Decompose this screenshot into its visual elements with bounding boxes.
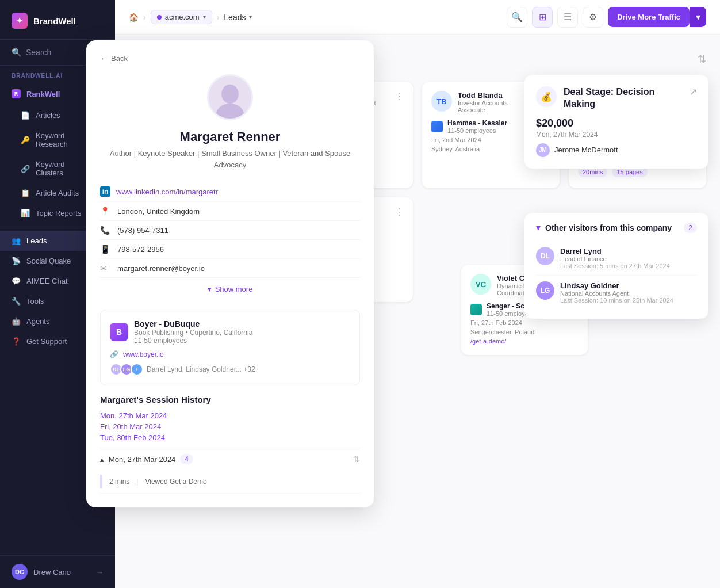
- deal-person-row: JM Jerome McDermott: [536, 143, 697, 157]
- profile-linkedin[interactable]: www.linkedin.com/in/margaretr: [116, 188, 218, 196]
- session-expand[interactable]: ▴ Mon, 27th Mar 2024 4 ⇅: [100, 448, 360, 470]
- session-link-2[interactable]: Fri, 20th Mar 2024: [100, 422, 360, 431]
- aimee-chat-label: AIMEE Chat: [26, 277, 68, 285]
- company-info-sub: Book Publishing • Cupertino, California: [134, 329, 252, 337]
- modal-back-btn[interactable]: ← Back: [100, 54, 360, 63]
- sidebar-search-label: Search: [26, 48, 51, 57]
- topic-reports-label: Topic Reports: [36, 209, 81, 217]
- profile-mobile-row: 📱 798-572-2956: [100, 240, 360, 259]
- deal-date: Mon, 27th Mar 2024: [536, 131, 697, 139]
- sidebar-logo: ✦ BrandWell: [0, 0, 115, 40]
- card-menu-doreen[interactable]: ⋮: [395, 207, 404, 217]
- session-expand-chevron: ▴: [100, 455, 104, 464]
- drive-traffic-button[interactable]: Drive More Traffic: [608, 7, 690, 27]
- session-expand-date: Mon, 27th Mar 2024: [109, 455, 175, 464]
- visitor-avatar-lindsay: LG: [536, 281, 554, 300]
- nav-list-btn[interactable]: ☰: [557, 7, 578, 28]
- visitor-session-darrel: Last Session: 5 mins on 27th Mar 2024: [560, 262, 670, 269]
- site-badge[interactable]: acme.com ▾: [151, 10, 212, 24]
- company-people-names: Darrel Lynd, Lindsay Goldner... +32: [147, 365, 255, 373]
- deal-external-link-icon[interactable]: ↗: [690, 86, 697, 97]
- deal-person-name: Jerome McDermott: [554, 146, 618, 154]
- visitor-session-lindsay: Last Session: 10 mins on 25th Mar 2024: [560, 297, 673, 304]
- sort-icon[interactable]: ⇅: [698, 53, 706, 66]
- company-section: B Boyer - DuBuque Book Publishing • Cupe…: [100, 310, 360, 385]
- keyword-clusters-icon: 🔗: [21, 165, 30, 173]
- person-avatar-3: +: [131, 363, 143, 376]
- sidebar-logo-text: BrandWell: [33, 16, 76, 26]
- company-info-size: 11-50 employees: [134, 337, 252, 345]
- keyword-clusters-label: Keyword Clusters: [36, 160, 86, 177]
- people-avatars: DL LG +: [110, 363, 143, 376]
- company-info-name: Boyer - DuBuque: [134, 319, 252, 329]
- site-dot: [157, 15, 162, 20]
- show-more-btn[interactable]: ▾ Show more: [100, 278, 360, 300]
- home-icon[interactable]: 🏠: [129, 13, 139, 22]
- drive-traffic-btn-group: Drive More Traffic ▾: [608, 7, 706, 27]
- card-avatar-violet: VC: [470, 274, 491, 295]
- breadcrumb-sep-1: ›: [143, 13, 146, 22]
- visitor-row-darrel[interactable]: DL Darrel Lynd Head of Finance Last Sess…: [536, 241, 697, 276]
- profile-email-row: ✉ margaret.renner@boyer.io: [100, 259, 360, 278]
- session-detail-action: Viewed Get a Demo: [145, 478, 206, 486]
- article-audits-icon: 📋: [21, 189, 30, 197]
- nav-grid-btn[interactable]: ⊞: [532, 7, 553, 28]
- leads-nav-item[interactable]: Leads ▾: [224, 13, 252, 22]
- article-audits-label: Article Audits: [36, 189, 79, 197]
- company-people-row: DL LG + Darrel Lynd, Lindsay Goldner... …: [110, 363, 350, 376]
- agents-label: Agents: [26, 317, 49, 326]
- deal-stage-title: Deal Stage: Decision Making: [564, 86, 683, 110]
- breadcrumb: 🏠 › acme.com ▾ › Leads ▾: [129, 10, 500, 24]
- website-icon: 🔗: [110, 350, 118, 358]
- nav-actions: 🔍 ⊞ ☰ ⚙ Drive More Traffic ▾: [507, 7, 706, 28]
- card-time-randolph: 20mins: [578, 167, 607, 177]
- profile-mobile: 798-572-2956: [117, 245, 164, 254]
- visitors-card: ▾ Other visitors from this company 2 DL …: [524, 213, 708, 319]
- session-link-1[interactable]: Mon, 27th Mar 2024: [100, 411, 360, 420]
- company-website-url[interactable]: www.boyer.io: [123, 350, 164, 358]
- topic-reports-icon: 📊: [21, 209, 30, 217]
- nav-search-btn[interactable]: 🔍: [507, 7, 527, 28]
- card-avatar-todd: TB: [431, 91, 452, 112]
- visitors-chevron-icon[interactable]: ▾: [536, 222, 541, 233]
- card-link-violet[interactable]: /get-a-demo/: [470, 338, 506, 345]
- social-quake-icon: 📡: [12, 257, 21, 265]
- keyword-research-label: Keyword Research: [36, 131, 86, 148]
- profile-role: Author | Keynote Speaker | Small Busines…: [100, 148, 360, 170]
- user-name: Drew Cano: [33, 568, 71, 576]
- company-logo-large: B: [110, 323, 128, 341]
- linkedin-icon: in: [100, 186, 110, 197]
- visitors-title: Other visitors from this company: [545, 223, 679, 232]
- agents-icon: 🤖: [12, 317, 21, 326]
- session-link-3[interactable]: Tue, 30th Feb 2024: [100, 433, 360, 442]
- session-history: Margaret's Session History Mon, 27th Mar…: [100, 395, 360, 494]
- card-pages-randolph: 15 pages: [612, 167, 647, 177]
- drive-traffic-arrow[interactable]: ▾: [690, 7, 706, 27]
- profile-linkedin-row: in www.linkedin.com/in/margaretr: [100, 182, 360, 202]
- leads-nav-chevron: ▾: [249, 14, 252, 20]
- aimee-chat-icon: 💬: [12, 277, 21, 285]
- session-sort-icon[interactable]: ⇅: [353, 455, 360, 464]
- user-row[interactable]: DC Drew Cano →: [0, 556, 115, 588]
- rankwell-label: RankWell: [26, 90, 60, 98]
- visitor-name-lindsay: Lindsay Goldner: [560, 281, 673, 290]
- card-name-todd: Todd Blanda: [458, 91, 535, 100]
- visitors-count: 2: [684, 223, 697, 233]
- profile-modal: ← Back Margaret Renner Author | Keynote …: [86, 40, 374, 507]
- email-icon: ✉: [100, 264, 112, 273]
- visitor-row-lindsay[interactable]: LG Lindsay Goldner National Accounts Age…: [536, 276, 697, 310]
- nav-settings-btn[interactable]: ⚙: [583, 7, 603, 28]
- sidebar-bottom: DC Drew Cano →: [0, 555, 115, 588]
- leads-nav-label: Leads: [224, 13, 246, 22]
- show-more-chevron: ▾: [208, 285, 212, 293]
- visitor-role-lindsay: National Accounts Agent: [560, 290, 673, 297]
- deal-person-avatar: JM: [536, 143, 550, 157]
- card-menu-belinda[interactable]: ⋮: [395, 91, 404, 102]
- session-detail-time: 2 mins: [109, 478, 129, 486]
- location-icon: 📍: [100, 207, 112, 216]
- session-detail-row: 2 mins | Viewed Get a Demo: [100, 470, 360, 494]
- top-nav: 🏠 › acme.com ▾ › Leads ▾ 🔍 ⊞ ☰ ⚙ Drive M…: [115, 0, 720, 35]
- profile-phone: (578) 954-7311: [117, 226, 168, 235]
- session-history-title: Margaret's Session History: [100, 395, 360, 404]
- site-chevron: ▾: [203, 14, 206, 20]
